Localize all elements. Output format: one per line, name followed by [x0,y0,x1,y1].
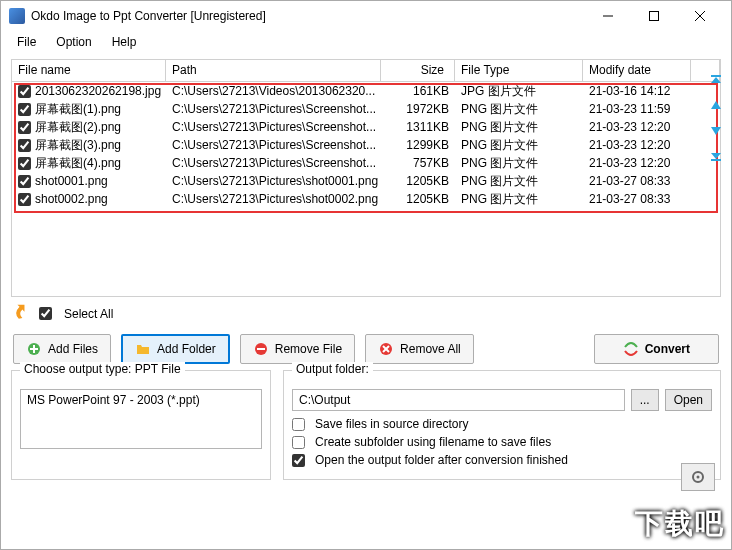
cell-type: PNG 图片文件 [455,137,583,154]
cell-date: 21-03-23 12:20 [583,138,691,152]
add-folder-label: Add Folder [157,342,216,356]
cell-path: C:\Users\27213\Videos\2013062320... [166,84,381,98]
cell-type: PNG 图片文件 [455,119,583,136]
save-in-source-checkbox[interactable] [292,418,305,431]
row-checkbox[interactable] [18,139,31,152]
open-folder-button[interactable]: Open [665,389,712,411]
cell-size: 1205KB [381,192,455,206]
create-subfolder-checkbox[interactable] [292,436,305,449]
cell-size: 757KB [381,156,455,170]
row-checkbox[interactable] [18,85,31,98]
table-row[interactable]: 屏幕截图(1).pngC:\Users\27213\Pictures\Scree… [12,100,720,118]
convert-icon [623,341,639,357]
output-folder-group: Output folder: ... Open Save files in so… [283,370,721,480]
remove-all-button[interactable]: Remove All [365,334,474,364]
col-path[interactable]: Path [166,60,381,81]
col-filetype[interactable]: File Type [455,60,583,81]
cell-filename: 2013062320262198.jpg [12,84,166,98]
output-folder-input[interactable] [292,389,625,411]
col-modifydate[interactable]: Modify date [583,60,691,81]
cell-type: PNG 图片文件 [455,155,583,172]
table-header: File name Path Size File Type Modify dat… [12,60,720,82]
cell-size: 1311KB [381,120,455,134]
svg-point-15 [697,476,700,479]
remove-all-label: Remove All [400,342,461,356]
select-all-checkbox[interactable] [39,307,52,320]
open-after-label: Open the output folder after conversion … [315,453,568,467]
col-filename[interactable]: File name [12,60,166,81]
add-files-button[interactable]: Add Files [13,334,111,364]
table-row[interactable]: 2013062320262198.jpgC:\Users\27213\Video… [12,82,720,100]
save-in-source-label: Save files in source directory [315,417,468,431]
row-checkbox[interactable] [18,193,31,206]
settings-button[interactable] [681,463,715,491]
table-row[interactable]: shot0002.pngC:\Users\27213\Pictures\shot… [12,190,720,208]
cell-path: C:\Users\27213\Pictures\Screenshot... [166,120,381,134]
output-folder-title: Output folder: [292,362,373,376]
plus-icon [26,341,42,357]
cell-date: 21-03-16 14:12 [583,84,691,98]
row-checkbox[interactable] [18,103,31,116]
minimize-button[interactable] [585,1,631,31]
titlebar: Okdo Image to Ppt Converter [Unregistere… [1,1,731,31]
window-title: Okdo Image to Ppt Converter [Unregistere… [31,9,585,23]
remove-all-icon [378,341,394,357]
cell-filename: 屏幕截图(1).png [12,101,166,118]
table-row[interactable]: 屏幕截图(2).pngC:\Users\27213\Pictures\Scree… [12,118,720,136]
move-bottom-icon[interactable] [707,145,725,163]
close-button[interactable] [677,1,723,31]
move-down-icon[interactable] [707,121,725,139]
table-row[interactable]: shot0001.pngC:\Users\27213\Pictures\shot… [12,172,720,190]
create-subfolder-label: Create subfolder using filename to save … [315,435,551,449]
menu-help[interactable]: Help [102,33,147,51]
app-icon [9,8,25,24]
table-row[interactable]: 屏幕截图(3).pngC:\Users\27213\Pictures\Scree… [12,136,720,154]
open-after-checkbox[interactable] [292,454,305,467]
row-checkbox[interactable] [18,175,31,188]
row-checkbox[interactable] [18,121,31,134]
cell-date: 21-03-23 12:20 [583,120,691,134]
folder-icon [135,341,151,357]
output-type-group: Choose output type: PPT File MS PowerPoi… [11,370,271,480]
add-folder-button[interactable]: Add Folder [121,334,230,364]
select-all-label: Select All [64,307,113,321]
cell-size: 1205KB [381,174,455,188]
cell-date: 21-03-27 08:33 [583,174,691,188]
browse-button[interactable]: ... [631,389,659,411]
menu-file[interactable]: File [7,33,46,51]
move-up-icon[interactable] [707,97,725,115]
maximize-button[interactable] [631,1,677,31]
cell-filename: 屏幕截图(4).png [12,155,166,172]
output-type-title: Choose output type: PPT File [20,362,185,376]
remove-file-button[interactable]: Remove File [240,334,355,364]
gear-icon [690,469,706,485]
cell-path: C:\Users\27213\Pictures\Screenshot... [166,102,381,116]
svg-rect-1 [650,12,659,21]
cell-path: C:\Users\27213\Pictures\Screenshot... [166,138,381,152]
cell-date: 21-03-23 12:20 [583,156,691,170]
cell-filename: shot0001.png [12,174,166,188]
cell-path: C:\Users\27213\Pictures\Screenshot... [166,156,381,170]
col-size[interactable]: Size [381,60,455,81]
table-row[interactable]: 屏幕截图(4).pngC:\Users\27213\Pictures\Scree… [12,154,720,172]
convert-button[interactable]: Convert [594,334,719,364]
svg-rect-4 [711,75,721,77]
cell-type: PNG 图片文件 [455,101,583,118]
move-top-icon[interactable] [707,73,725,91]
minus-icon [253,341,269,357]
menu-option[interactable]: Option [46,33,101,51]
cell-type: PNG 图片文件 [455,173,583,190]
reorder-controls [707,73,725,163]
cell-size: 1972KB [381,102,455,116]
undo-arrow-icon[interactable] [8,300,36,328]
menubar: File Option Help [1,31,731,53]
row-checkbox[interactable] [18,157,31,170]
output-type-list[interactable]: MS PowerPoint 97 - 2003 (*.ppt) [20,389,262,449]
cell-filename: 屏幕截图(3).png [12,137,166,154]
cell-path: C:\Users\27213\Pictures\shot0001.png [166,174,381,188]
cell-filename: 屏幕截图(2).png [12,119,166,136]
select-all-row: Select All [1,297,731,330]
output-type-selected[interactable]: MS PowerPoint 97 - 2003 (*.ppt) [27,393,255,407]
remove-file-label: Remove File [275,342,342,356]
file-table: File name Path Size File Type Modify dat… [11,59,721,297]
